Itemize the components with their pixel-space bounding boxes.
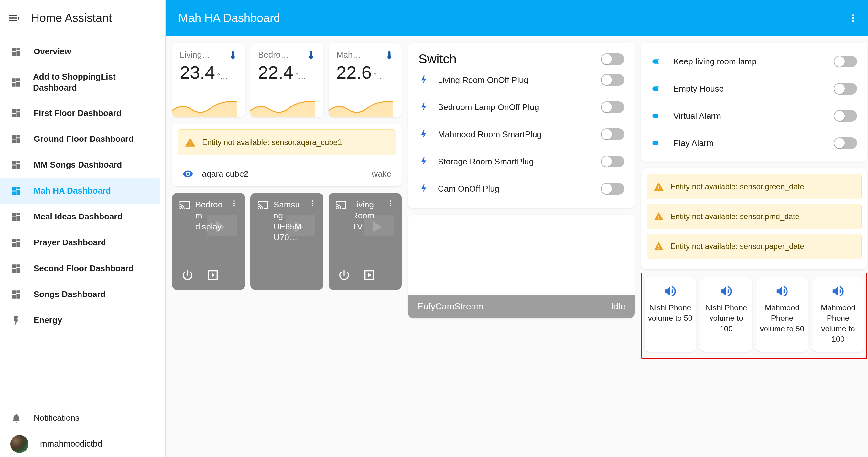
- switch-row: Living Room OnOff Plug: [418, 66, 624, 93]
- switch-toggle[interactable]: [601, 183, 624, 195]
- cast-icon: [336, 199, 347, 210]
- sidebar-item-label: Songs Dashboard: [34, 289, 105, 300]
- volume-button[interactable]: Nishi Phone volume to 50: [645, 277, 696, 352]
- sidebar-notifications[interactable]: Notifications: [0, 405, 160, 431]
- menu-toggle-icon[interactable]: [8, 12, 21, 25]
- switch-label: Storage Room SmartPlug: [438, 156, 591, 167]
- cast-icon: [179, 199, 190, 210]
- sidebar-item-label: First Floor Dashboard: [34, 108, 122, 119]
- toggle-on-icon: [651, 82, 664, 95]
- volume-button-label: Mahmood Phone volume to 50: [760, 303, 805, 334]
- entity-error: Entity not available: sensor.aqara_cube1: [178, 130, 396, 155]
- power-button[interactable]: [179, 267, 196, 284]
- sidebar-item-mm-songs-dashboard[interactable]: MM Songs Dashboard: [0, 152, 160, 178]
- entity-list-card: Entity not available: sensor.aqara_cube1…: [172, 124, 402, 187]
- sidebar-item-songs-dashboard[interactable]: Songs Dashboard: [0, 282, 160, 308]
- dashboard-icon: [10, 289, 22, 301]
- media-card[interactable]: Bedroom display: [172, 193, 245, 290]
- sidebar-item-first-floor-dashboard[interactable]: First Floor Dashboard: [0, 100, 160, 126]
- automation-row: Play Alarm: [649, 130, 859, 156]
- volume-buttons-group: Nishi Phone volume to 50Nishi Phone volu…: [641, 273, 867, 359]
- cast-icon: [257, 199, 269, 210]
- automation-toggle[interactable]: [834, 83, 857, 94]
- sidebar-item-mah-ha-dashboard[interactable]: Mah HA Dashboard: [0, 178, 160, 204]
- sensor-value: 23.4: [180, 62, 215, 83]
- page-title: Mah HA Dashboard: [179, 11, 280, 25]
- play-button[interactable]: [361, 267, 378, 284]
- switch-label: Bedroom Lamp OnOff Plug: [438, 102, 591, 112]
- entity-error-text: Entity not available: sensor.aqara_cube1: [202, 138, 342, 147]
- warning-row: Entity not available: sensor.paper_date: [647, 234, 862, 259]
- switch-toggle[interactable]: [601, 74, 624, 86]
- thermometer-icon: [307, 51, 316, 60]
- toggle-on-icon: [651, 137, 664, 149]
- automation-toggle[interactable]: [834, 110, 857, 122]
- sidebar-item-label: Energy: [34, 315, 62, 326]
- media-card[interactable]: Living Room TV: [329, 193, 402, 290]
- sidebar-item-label: Second Floor Dashboard: [34, 263, 133, 274]
- sidebar-item-ground-floor-dashboard[interactable]: Ground Floor Dashboard: [0, 126, 160, 152]
- sidebar-item-prayer-dashboard[interactable]: Prayer Dashboard: [0, 230, 160, 256]
- sidebar-item-second-floor-dashboard[interactable]: Second Floor Dashboard: [0, 256, 160, 282]
- camera-card[interactable]: EufyCamStream Idle: [408, 215, 634, 318]
- overflow-menu-button[interactable]: [845, 10, 861, 26]
- volume-button[interactable]: Mahmood Phone volume to 100: [812, 277, 864, 352]
- sidebar-user[interactable]: mmahmoodictbd: [0, 431, 160, 457]
- automation-label: Virtual Alarm: [673, 111, 825, 121]
- bell-icon: [10, 412, 22, 424]
- sidebar-item-energy[interactable]: Energy: [0, 308, 160, 333]
- warning-icon: [185, 137, 196, 148]
- sensor-card[interactable]: Bedro…22.4°…: [250, 43, 323, 117]
- volume-button[interactable]: Nishi Phone volume to 100: [701, 277, 752, 352]
- dashboard-icon: [10, 77, 21, 88]
- flash-icon: [418, 184, 428, 194]
- volume-button[interactable]: Mahmood Phone volume to 50: [756, 277, 808, 352]
- power-button[interactable]: [336, 267, 352, 284]
- media-card[interactable]: Samsung UE65MU70…: [250, 193, 323, 290]
- switch-toggle[interactable]: [601, 128, 624, 140]
- sensor-name: Living…: [180, 50, 225, 60]
- switch-row: Mahmood Room SmartPlug: [418, 121, 624, 148]
- dots-icon[interactable]: [309, 199, 316, 207]
- camera-state: Idle: [611, 301, 625, 312]
- switch-row: Storage Room SmartPlug: [418, 148, 624, 175]
- flash-icon: [10, 315, 22, 326]
- switch-row: Cam OnOff Plug: [418, 175, 624, 202]
- switch-group-toggle[interactable]: [601, 53, 624, 65]
- volume-icon: [816, 284, 861, 299]
- dots-icon[interactable]: [230, 199, 238, 207]
- sidebar-item-label: MM Songs Dashboard: [34, 160, 122, 171]
- dashboard-icon: [10, 133, 22, 145]
- volume-icon: [704, 284, 749, 299]
- dots-icon[interactable]: [387, 199, 395, 207]
- user-label: mmahmoodictbd: [40, 438, 102, 450]
- switch-card-title: Switch: [418, 52, 457, 66]
- play-button[interactable]: [205, 267, 221, 284]
- sidebar-item-add-to-shoppinglist-dashboard[interactable]: Add to ShoppingList Dashboard: [0, 65, 160, 100]
- topbar: Mah HA Dashboard: [165, 0, 868, 36]
- sensor-card[interactable]: Living…23.4°…: [172, 43, 245, 117]
- sidebar-item-label: Mah HA Dashboard: [34, 185, 111, 196]
- volume-icon: [760, 284, 805, 299]
- toggle-on-icon: [651, 55, 664, 68]
- switch-toggle[interactable]: [601, 156, 624, 167]
- warning-text: Entity not available: sensor.green_date: [671, 182, 804, 191]
- toggle-on-icon: [651, 109, 664, 122]
- entity-row[interactable]: aqara cube2wake: [172, 161, 402, 187]
- sensor-unit: °…: [217, 72, 228, 81]
- switch-toggle[interactable]: [601, 101, 624, 113]
- sidebar-item-meal-ideas-dashboard[interactable]: Meal Ideas Dashboard: [0, 204, 160, 230]
- automation-toggle[interactable]: [834, 56, 857, 67]
- automation-label: Keep living room lamp: [673, 57, 825, 67]
- volume-button-label: Mahmood Phone volume to 100: [816, 303, 861, 345]
- eye-icon: [182, 168, 193, 179]
- sensor-value: 22.6: [336, 62, 372, 83]
- flash-icon: [418, 75, 428, 85]
- warning-text: Entity not available: sensor.pmd_date: [671, 212, 800, 221]
- dashboard-icon: [10, 108, 22, 119]
- sensor-unit: °…: [374, 72, 384, 81]
- sidebar-item-overview[interactable]: Overview: [0, 39, 160, 65]
- sensor-card[interactable]: Mah…22.6°…: [329, 43, 402, 117]
- automation-toggle[interactable]: [834, 137, 857, 149]
- notifications-label: Notifications: [34, 413, 80, 424]
